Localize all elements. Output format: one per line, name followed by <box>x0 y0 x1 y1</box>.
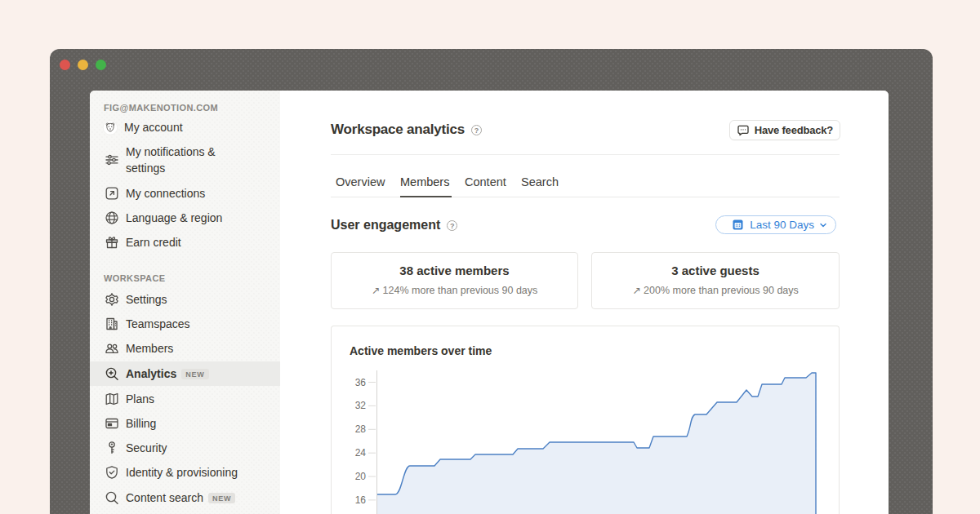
svg-text:24: 24 <box>355 447 367 459</box>
svg-text:16: 16 <box>355 494 367 506</box>
svg-text:32: 32 <box>355 400 367 411</box>
svg-text:20: 20 <box>355 471 367 482</box>
svg-text:36: 36 <box>355 377 367 388</box>
svg-text:28: 28 <box>355 423 367 435</box>
